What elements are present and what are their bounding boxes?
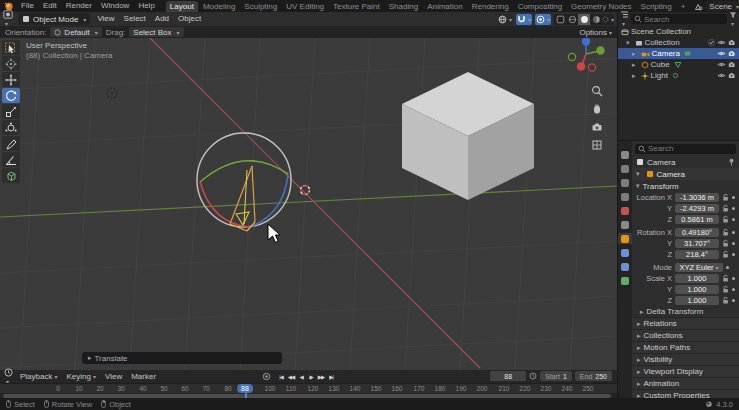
camera-view-icon[interactable] [590, 120, 603, 133]
outliner-row-scene-collection[interactable]: Scene Collection [618, 26, 739, 37]
tab-output[interactable] [618, 177, 632, 188]
tab-texture-paint[interactable]: Texture Paint [329, 1, 384, 12]
panel-viewport-display[interactable]: Viewport Display [632, 365, 739, 377]
tab-modeling[interactable]: Modeling [199, 1, 239, 12]
delta-transform-panel[interactable]: Delta Transform [632, 306, 739, 317]
outliner-search-input[interactable]: Search [631, 14, 727, 24]
tool-select-box[interactable] [2, 40, 20, 55]
eye-icon[interactable] [717, 50, 726, 57]
tab-compositing[interactable]: Compositing [514, 1, 566, 12]
start-frame-field[interactable]: Start1 [540, 371, 572, 381]
menu-keying[interactable]: Keying [64, 371, 97, 383]
transform-section-header[interactable]: Transform [632, 180, 739, 192]
tool-move[interactable] [2, 72, 20, 87]
jump-to-start-button[interactable]: |◀ [277, 372, 285, 381]
tool-add-cube[interactable] [2, 168, 20, 183]
next-keyframe-button[interactable]: ▶▶ [317, 372, 325, 381]
outliner-editor-icon[interactable] [620, 10, 629, 28]
menu-marker[interactable]: Marker [129, 371, 158, 383]
add-workspace-button[interactable]: + [677, 1, 690, 12]
breadcrumb-object[interactable]: Camera [647, 158, 675, 167]
lock-icon[interactable] [722, 274, 729, 283]
tab-object[interactable] [618, 233, 632, 244]
tab-world[interactable] [618, 219, 632, 230]
tool-rotate[interactable] [2, 88, 20, 103]
object-name-panel[interactable]: Camera [632, 168, 739, 180]
proportional-editing-toggle[interactable] [535, 14, 551, 25]
menu-window[interactable]: Window [99, 0, 131, 12]
lock-icon[interactable] [722, 204, 729, 213]
animate-dot[interactable] [732, 277, 735, 280]
tab-animation[interactable]: Animation [423, 1, 467, 12]
animate-dot[interactable] [726, 266, 729, 269]
tab-constraints[interactable] [618, 247, 632, 258]
shading-material-button[interactable] [590, 14, 602, 25]
xray-toggle[interactable] [554, 14, 566, 25]
exclude-checkbox[interactable] [708, 39, 715, 46]
menu-file[interactable]: File [19, 0, 36, 12]
properties-search-input[interactable]: Search [635, 144, 736, 154]
lock-icon[interactable] [722, 215, 729, 224]
tab-scene[interactable] [618, 205, 632, 216]
location-z-field[interactable]: 0.5861 m [675, 215, 719, 224]
options-menu[interactable]: Options [579, 28, 612, 37]
camera-render-icon[interactable] [728, 72, 736, 79]
transform-orientation-select[interactable] [497, 14, 513, 25]
tab-scripting[interactable]: Scripting [637, 1, 676, 12]
prev-keyframe-button[interactable]: ◀◀ [287, 372, 295, 381]
animate-dot[interactable] [732, 196, 735, 199]
animate-dot[interactable] [732, 218, 735, 221]
menu-render[interactable]: Render [64, 0, 94, 12]
scale-x-field[interactable]: 1.000 [675, 274, 719, 283]
menu-help[interactable]: Help [136, 0, 156, 12]
viewport-3d[interactable]: User Perspective (88) Collection | Camer… [0, 38, 617, 370]
pan-hand-icon[interactable] [590, 102, 603, 115]
tab-render[interactable] [618, 163, 632, 174]
perspective-toggle-icon[interactable] [590, 138, 603, 151]
scene-select[interactable]: Scene [706, 1, 739, 11]
play-reverse-button[interactable]: ◀ [297, 372, 305, 381]
lock-icon[interactable] [722, 228, 729, 237]
auto-key-button[interactable] [262, 372, 271, 381]
tab-rendering[interactable]: Rendering [468, 1, 513, 12]
menu-timeline-view[interactable]: View [103, 371, 124, 383]
tab-shading[interactable]: Shading [385, 1, 422, 12]
camera-render-icon[interactable] [728, 61, 736, 68]
menu-select[interactable]: Select [122, 13, 148, 25]
panel-custom-properties[interactable]: Custom Properties [632, 389, 739, 398]
eye-icon[interactable] [717, 39, 726, 46]
animate-dot[interactable] [732, 207, 735, 210]
lock-icon[interactable] [722, 239, 729, 248]
drag-select[interactable]: Select Box [129, 27, 183, 37]
navigation-gizmo[interactable] [566, 38, 606, 78]
tool-transform[interactable] [2, 120, 20, 135]
location-x-field[interactable]: -1.3036 m [675, 193, 719, 202]
operator-panel[interactable]: Translate [82, 352, 282, 364]
animate-dot[interactable] [732, 299, 735, 302]
tool-scale[interactable] [2, 104, 20, 119]
menu-edit[interactable]: Edit [41, 0, 59, 12]
shading-rendered-button[interactable] [602, 14, 614, 25]
current-frame-indicator[interactable]: 88 [237, 384, 253, 393]
tab-object-data[interactable] [618, 275, 632, 286]
eye-icon[interactable] [717, 72, 726, 79]
lock-icon[interactable] [722, 250, 729, 259]
mode-select[interactable]: Object Mode [18, 13, 90, 25]
tab-tool[interactable] [618, 149, 632, 160]
panel-animation[interactable]: Animation [632, 377, 739, 389]
menu-add[interactable]: Add [153, 13, 171, 25]
play-button[interactable]: ▶ [307, 372, 315, 381]
tab-uv-editing[interactable]: UV Editing [282, 1, 328, 12]
panel-relations[interactable]: Relations [632, 317, 739, 329]
menu-view[interactable]: View [95, 13, 116, 25]
animate-dot[interactable] [732, 231, 735, 234]
tab-view-layer[interactable] [618, 191, 632, 202]
tab-layout[interactable]: Layout [166, 1, 198, 12]
panel-collections[interactable]: Collections [632, 329, 739, 341]
tool-annotate[interactable] [2, 136, 20, 151]
filter-icon[interactable] [729, 11, 737, 28]
eye-icon[interactable] [717, 61, 726, 68]
animate-dot[interactable] [732, 253, 735, 256]
lock-icon[interactable] [722, 296, 729, 305]
tool-measure[interactable] [2, 152, 20, 167]
